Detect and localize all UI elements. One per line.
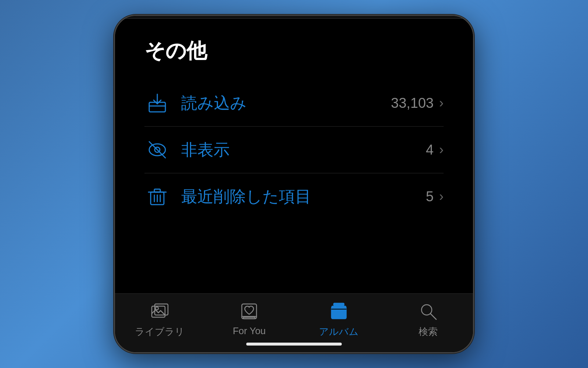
phone-screen: その他 読み込み 33,103 [115,16,473,352]
hidden-label: 非表示 [181,139,426,161]
import-chevron: › [439,95,444,111]
library-icon [147,300,173,322]
search-tab-label: 検索 [419,325,438,338]
albums-icon [326,300,352,322]
page-title: その他 [144,37,444,65]
home-indicator [246,343,342,346]
menu-item-hidden[interactable]: 非表示 4 › [144,127,444,173]
menu-item-recently-deleted[interactable]: 最近削除した項目 5 › [144,173,444,220]
import-icon [144,90,170,116]
tab-library[interactable]: ライブラリ [115,300,205,338]
trash-icon [144,184,170,209]
svg-rect-7 [154,189,160,192]
import-label: 読み込み [181,92,391,114]
svg-line-20 [430,314,436,319]
tab-bar: ライブラリ For You [115,293,473,352]
import-count: 33,103 [391,95,434,111]
content-area: その他 読み込み 33,103 [115,19,473,293]
hidden-count: 4 [426,142,434,158]
recently-deleted-count: 5 [426,189,434,205]
search-icon [415,300,441,322]
tab-albums[interactable]: アルバム [294,300,384,338]
for-you-tab-label: For You [233,325,266,337]
top-border [115,16,473,19]
tab-search[interactable]: 検索 [384,300,473,338]
recently-deleted-chevron: › [439,189,444,204]
recently-deleted-label: 最近削除した項目 [181,186,426,208]
phone-frame: その他 読み込み 33,103 [114,15,474,353]
hidden-icon [144,137,170,163]
for-you-icon [236,300,262,322]
hidden-chevron: › [439,142,444,158]
menu-list: 読み込み 33,103 › 非表示 4 [144,80,444,220]
svg-rect-16 [243,317,255,319]
svg-point-13 [155,307,158,310]
albums-tab-label: アルバム [319,325,359,338]
library-tab-label: ライブラリ [135,325,184,338]
menu-item-import[interactable]: 読み込み 33,103 › [144,80,444,127]
tab-for-you[interactable]: For You [205,300,294,337]
svg-rect-17 [334,303,344,305]
